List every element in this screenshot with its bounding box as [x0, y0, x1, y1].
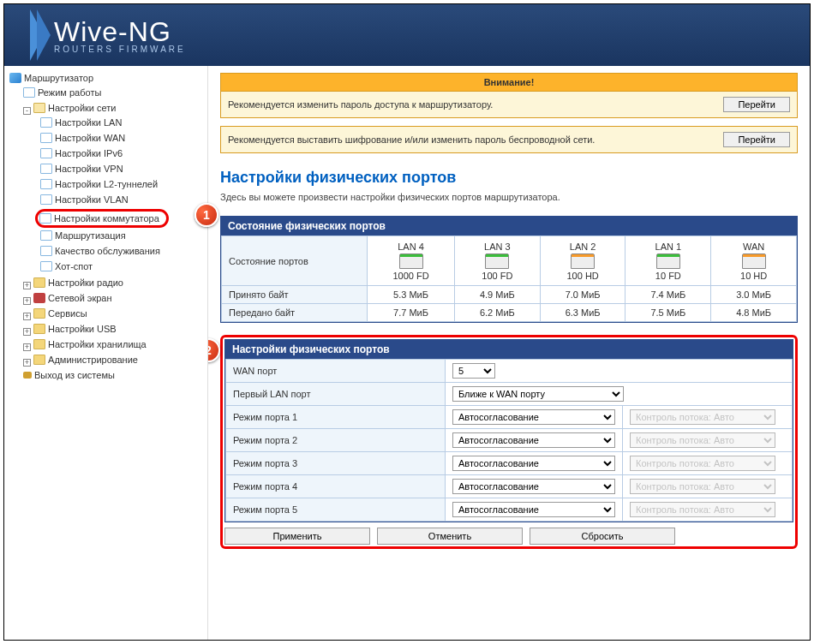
page-description: Здесь вы можете произвести настройки физ… — [220, 192, 798, 202]
nav-switch-highlighted[interactable]: Настройки коммутатора — [35, 209, 169, 228]
nav-hotspot[interactable]: Хот-спот — [40, 260, 93, 272]
reset-button[interactable]: Сбросить — [530, 528, 675, 545]
port-mode-select[interactable]: Автосогласование — [452, 432, 615, 448]
page-icon — [40, 133, 52, 143]
tx-value: 4.8 МиБ — [711, 304, 797, 322]
rx-value: 4.9 МиБ — [455, 286, 541, 304]
callout-1: 1 — [195, 203, 218, 227]
nav-firewall[interactable]: Сетевой экран — [33, 292, 112, 304]
nav-routing[interactable]: Маршрутизация — [40, 230, 126, 242]
nav-qos[interactable]: Качество обслуживания — [40, 245, 160, 257]
expand-icon[interactable]: + — [23, 313, 31, 320]
cancel-button[interactable]: Отменить — [377, 528, 523, 545]
nav-admin[interactable]: Администрирование — [33, 354, 138, 366]
port-lan2: LAN 2100 HD — [540, 236, 625, 286]
expand-icon[interactable]: + — [23, 343, 31, 351]
page-icon — [40, 230, 52, 241]
port-status-panel: Состояние физических портов Состояние по… — [220, 216, 798, 323]
notice-text: Рекомендуется изменить пароль доступа к … — [228, 99, 493, 110]
panel-header: Состояние физических портов — [221, 217, 797, 236]
rx-value: 7.0 МиБ — [540, 286, 625, 304]
first-lan-label: Первый LAN порт — [226, 383, 446, 406]
nav-services[interactable]: Сервисы — [33, 307, 87, 319]
nav-vlan[interactable]: Настройки VLAN — [40, 194, 129, 206]
tx-value: 6.2 МиБ — [455, 304, 541, 322]
nav-vpn[interactable]: Настройки VPN — [40, 163, 123, 175]
port-mode-select[interactable]: Автосогласование — [452, 456, 615, 471]
shield-icon — [33, 293, 45, 303]
tx-value: 6.3 МиБ — [540, 304, 625, 322]
app-header: Wive-NG ROUTERS FIRMWARE — [4, 4, 810, 66]
page-icon — [40, 261, 52, 271]
nav-logout[interactable]: Выход из системы — [23, 369, 115, 381]
flow-control-select: Контроль потока: Авто — [630, 502, 775, 517]
nav-usb[interactable]: Настройки USB — [33, 323, 117, 335]
port-lan3: LAN 3100 FD — [455, 236, 541, 286]
goto-button[interactable]: Перейти — [723, 97, 790, 112]
folder-icon — [33, 308, 45, 319]
flow-control-select: Контроль потока: Авто — [630, 409, 775, 425]
page-icon — [40, 194, 52, 205]
nav-l2[interactable]: Настройки L2-туннелей — [40, 178, 158, 190]
port-mode-label: Режим порта 2 — [226, 429, 446, 452]
logo-icon — [30, 9, 44, 61]
rx-value: 7.4 МиБ — [625, 286, 711, 304]
port-mode-select[interactable]: Автосогласование — [452, 502, 615, 517]
row-label: Принято байт — [222, 286, 368, 304]
page-title: Настройки физических портов — [220, 169, 798, 187]
flow-control-select: Контроль потока: Авто — [630, 432, 775, 448]
apply-button[interactable]: Применить — [224, 528, 370, 545]
callout-2: 2 — [208, 338, 220, 362]
folder-open-icon — [33, 103, 45, 113]
tx-value: 7.7 МиБ — [368, 304, 455, 322]
folder-icon — [33, 339, 45, 349]
collapse-icon[interactable]: - — [23, 107, 31, 115]
tx-value: 7.5 МиБ — [625, 304, 711, 322]
port-lan4: LAN 41000 FD — [368, 236, 455, 286]
wan-port-select[interactable]: 5 — [452, 363, 495, 379]
row-label: Состояние портов — [222, 236, 368, 286]
nav-wan[interactable]: Настройки WAN — [40, 132, 125, 144]
nav-mode[interactable]: Режим работы — [23, 86, 101, 98]
folder-icon — [33, 355, 45, 365]
port-mode-label: Режим порта 4 — [226, 475, 446, 498]
flow-control-select: Контроль потока: Авто — [630, 479, 775, 494]
folder-icon — [33, 277, 45, 288]
expand-icon[interactable]: + — [23, 328, 31, 336]
goto-button[interactable]: Перейти — [723, 132, 790, 147]
flow-control-select: Контроль потока: Авто — [630, 456, 775, 471]
logo-title: Wive-NG — [54, 16, 186, 48]
expand-icon[interactable]: + — [23, 282, 31, 289]
page-icon — [39, 213, 51, 224]
router-icon — [9, 73, 21, 83]
port-mode-select[interactable]: Автосогласование — [452, 409, 615, 425]
key-icon — [23, 372, 32, 379]
page-icon — [40, 164, 52, 174]
port-lan1: LAN 110 FD — [625, 236, 711, 286]
rx-value: 3.0 МиБ — [711, 286, 797, 304]
first-lan-select[interactable]: Ближе к WAN порту — [452, 386, 624, 402]
nav-storage[interactable]: Настройки хранилища — [33, 338, 147, 350]
notice-password: Рекомендуется изменить пароль доступа к … — [220, 91, 798, 118]
row-label: Передано байт — [222, 304, 368, 322]
nav-radio[interactable]: Настройки радио — [33, 277, 123, 289]
notice-wifi: Рекомендуется выставить шифрование и/или… — [220, 126, 798, 153]
page-icon — [40, 117, 52, 128]
nav-ipv6[interactable]: Настройки IPv6 — [40, 147, 123, 159]
page-icon — [40, 148, 52, 158]
panel-header: Настройки физических портов — [225, 340, 793, 359]
nav-network[interactable]: Настройки сети — [33, 102, 116, 114]
logo-subtitle: ROUTERS FIRMWARE — [54, 45, 186, 54]
nav-lan[interactable]: Настройки LAN — [40, 116, 122, 128]
page-icon — [40, 179, 52, 189]
expand-icon[interactable]: + — [23, 297, 31, 305]
tree-root[interactable]: Маршрутизатор — [9, 72, 93, 84]
port-mode-label: Режим порта 5 — [226, 498, 446, 522]
wan-port-label: WAN порт — [226, 360, 446, 383]
notice-text: Рекомендуется выставить шифрование и/или… — [228, 134, 595, 145]
expand-icon[interactable]: + — [23, 359, 31, 367]
folder-icon — [33, 324, 45, 334]
page-icon — [23, 87, 35, 98]
port-mode-select[interactable]: Автосогласование — [452, 479, 615, 494]
port-mode-label: Режим порта 1 — [226, 406, 446, 429]
